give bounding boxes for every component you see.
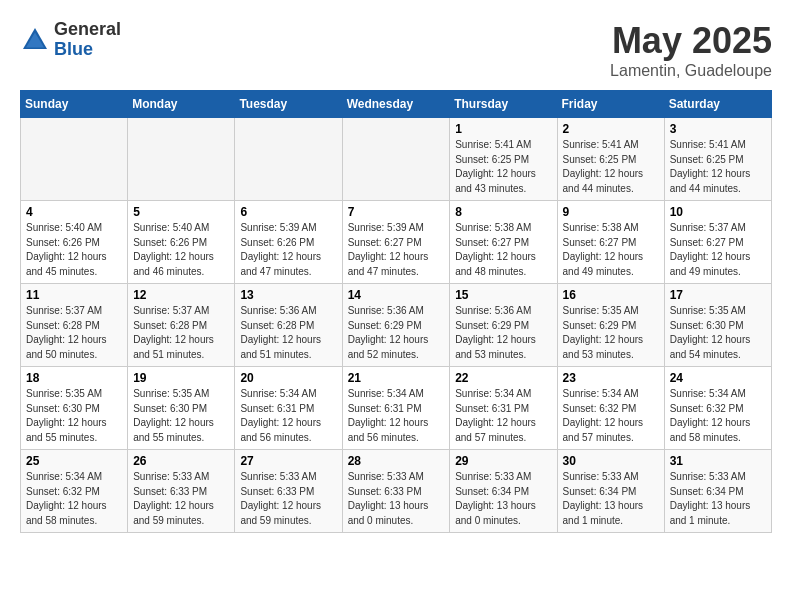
day-info: Sunrise: 5:37 AM Sunset: 6:27 PM Dayligh… — [670, 221, 766, 279]
calendar-cell: 7Sunrise: 5:39 AM Sunset: 6:27 PM Daylig… — [342, 201, 450, 284]
calendar-cell: 8Sunrise: 5:38 AM Sunset: 6:27 PM Daylig… — [450, 201, 557, 284]
weekday-header-tuesday: Tuesday — [235, 91, 342, 118]
calendar-cell: 23Sunrise: 5:34 AM Sunset: 6:32 PM Dayli… — [557, 367, 664, 450]
calendar-cell: 2Sunrise: 5:41 AM Sunset: 6:25 PM Daylig… — [557, 118, 664, 201]
day-number: 17 — [670, 288, 766, 302]
day-number: 3 — [670, 122, 766, 136]
calendar-cell: 30Sunrise: 5:33 AM Sunset: 6:34 PM Dayli… — [557, 450, 664, 533]
day-info: Sunrise: 5:37 AM Sunset: 6:28 PM Dayligh… — [26, 304, 122, 362]
day-number: 20 — [240, 371, 336, 385]
calendar-cell: 16Sunrise: 5:35 AM Sunset: 6:29 PM Dayli… — [557, 284, 664, 367]
calendar-week-row: 4Sunrise: 5:40 AM Sunset: 6:26 PM Daylig… — [21, 201, 772, 284]
day-info: Sunrise: 5:34 AM Sunset: 6:32 PM Dayligh… — [563, 387, 659, 445]
calendar-cell: 15Sunrise: 5:36 AM Sunset: 6:29 PM Dayli… — [450, 284, 557, 367]
day-number: 28 — [348, 454, 445, 468]
day-number: 18 — [26, 371, 122, 385]
day-info: Sunrise: 5:34 AM Sunset: 6:32 PM Dayligh… — [26, 470, 122, 528]
calendar-cell: 12Sunrise: 5:37 AM Sunset: 6:28 PM Dayli… — [128, 284, 235, 367]
weekday-header-row: SundayMondayTuesdayWednesdayThursdayFrid… — [21, 91, 772, 118]
day-number: 2 — [563, 122, 659, 136]
day-info: Sunrise: 5:36 AM Sunset: 6:28 PM Dayligh… — [240, 304, 336, 362]
day-info: Sunrise: 5:34 AM Sunset: 6:32 PM Dayligh… — [670, 387, 766, 445]
day-number: 4 — [26, 205, 122, 219]
weekday-header-sunday: Sunday — [21, 91, 128, 118]
day-info: Sunrise: 5:33 AM Sunset: 6:34 PM Dayligh… — [455, 470, 551, 528]
calendar-cell: 9Sunrise: 5:38 AM Sunset: 6:27 PM Daylig… — [557, 201, 664, 284]
calendar-cell: 28Sunrise: 5:33 AM Sunset: 6:33 PM Dayli… — [342, 450, 450, 533]
calendar-cell: 29Sunrise: 5:33 AM Sunset: 6:34 PM Dayli… — [450, 450, 557, 533]
calendar-cell: 22Sunrise: 5:34 AM Sunset: 6:31 PM Dayli… — [450, 367, 557, 450]
day-info: Sunrise: 5:39 AM Sunset: 6:26 PM Dayligh… — [240, 221, 336, 279]
page-header: General Blue May 2025 Lamentin, Guadelou… — [20, 20, 772, 80]
weekday-header-friday: Friday — [557, 91, 664, 118]
weekday-header-wednesday: Wednesday — [342, 91, 450, 118]
day-number: 14 — [348, 288, 445, 302]
calendar-cell: 3Sunrise: 5:41 AM Sunset: 6:25 PM Daylig… — [664, 118, 771, 201]
calendar-cell: 25Sunrise: 5:34 AM Sunset: 6:32 PM Dayli… — [21, 450, 128, 533]
calendar-cell: 18Sunrise: 5:35 AM Sunset: 6:30 PM Dayli… — [21, 367, 128, 450]
day-info: Sunrise: 5:33 AM Sunset: 6:33 PM Dayligh… — [133, 470, 229, 528]
day-number: 11 — [26, 288, 122, 302]
day-number: 10 — [670, 205, 766, 219]
day-info: Sunrise: 5:41 AM Sunset: 6:25 PM Dayligh… — [455, 138, 551, 196]
calendar-body: 1Sunrise: 5:41 AM Sunset: 6:25 PM Daylig… — [21, 118, 772, 533]
calendar-cell: 11Sunrise: 5:37 AM Sunset: 6:28 PM Dayli… — [21, 284, 128, 367]
weekday-header-saturday: Saturday — [664, 91, 771, 118]
calendar-week-row: 25Sunrise: 5:34 AM Sunset: 6:32 PM Dayli… — [21, 450, 772, 533]
day-number: 15 — [455, 288, 551, 302]
calendar-cell: 14Sunrise: 5:36 AM Sunset: 6:29 PM Dayli… — [342, 284, 450, 367]
day-number: 16 — [563, 288, 659, 302]
day-number: 27 — [240, 454, 336, 468]
day-number: 8 — [455, 205, 551, 219]
day-number: 21 — [348, 371, 445, 385]
day-info: Sunrise: 5:41 AM Sunset: 6:25 PM Dayligh… — [670, 138, 766, 196]
logo-icon — [20, 25, 50, 55]
day-info: Sunrise: 5:34 AM Sunset: 6:31 PM Dayligh… — [455, 387, 551, 445]
calendar-cell: 20Sunrise: 5:34 AM Sunset: 6:31 PM Dayli… — [235, 367, 342, 450]
day-info: Sunrise: 5:40 AM Sunset: 6:26 PM Dayligh… — [26, 221, 122, 279]
logo: General Blue — [20, 20, 121, 60]
day-info: Sunrise: 5:35 AM Sunset: 6:30 PM Dayligh… — [133, 387, 229, 445]
day-number: 5 — [133, 205, 229, 219]
weekday-header-thursday: Thursday — [450, 91, 557, 118]
calendar-cell — [128, 118, 235, 201]
month-title: May 2025 — [610, 20, 772, 62]
calendar-cell: 6Sunrise: 5:39 AM Sunset: 6:26 PM Daylig… — [235, 201, 342, 284]
day-number: 13 — [240, 288, 336, 302]
calendar-week-row: 11Sunrise: 5:37 AM Sunset: 6:28 PM Dayli… — [21, 284, 772, 367]
day-info: Sunrise: 5:35 AM Sunset: 6:29 PM Dayligh… — [563, 304, 659, 362]
logo-blue-text: Blue — [54, 40, 121, 60]
day-number: 1 — [455, 122, 551, 136]
day-info: Sunrise: 5:34 AM Sunset: 6:31 PM Dayligh… — [348, 387, 445, 445]
calendar-week-row: 18Sunrise: 5:35 AM Sunset: 6:30 PM Dayli… — [21, 367, 772, 450]
location-subtitle: Lamentin, Guadeloupe — [610, 62, 772, 80]
day-number: 19 — [133, 371, 229, 385]
day-info: Sunrise: 5:36 AM Sunset: 6:29 PM Dayligh… — [455, 304, 551, 362]
day-number: 25 — [26, 454, 122, 468]
title-section: May 2025 Lamentin, Guadeloupe — [610, 20, 772, 80]
day-number: 6 — [240, 205, 336, 219]
day-info: Sunrise: 5:37 AM Sunset: 6:28 PM Dayligh… — [133, 304, 229, 362]
weekday-header-monday: Monday — [128, 91, 235, 118]
calendar-cell: 24Sunrise: 5:34 AM Sunset: 6:32 PM Dayli… — [664, 367, 771, 450]
day-info: Sunrise: 5:36 AM Sunset: 6:29 PM Dayligh… — [348, 304, 445, 362]
day-info: Sunrise: 5:35 AM Sunset: 6:30 PM Dayligh… — [26, 387, 122, 445]
day-number: 23 — [563, 371, 659, 385]
day-number: 30 — [563, 454, 659, 468]
calendar-cell: 4Sunrise: 5:40 AM Sunset: 6:26 PM Daylig… — [21, 201, 128, 284]
calendar-cell: 1Sunrise: 5:41 AM Sunset: 6:25 PM Daylig… — [450, 118, 557, 201]
day-info: Sunrise: 5:41 AM Sunset: 6:25 PM Dayligh… — [563, 138, 659, 196]
day-number: 31 — [670, 454, 766, 468]
calendar-cell: 5Sunrise: 5:40 AM Sunset: 6:26 PM Daylig… — [128, 201, 235, 284]
day-info: Sunrise: 5:33 AM Sunset: 6:33 PM Dayligh… — [240, 470, 336, 528]
calendar-cell: 19Sunrise: 5:35 AM Sunset: 6:30 PM Dayli… — [128, 367, 235, 450]
calendar-cell — [21, 118, 128, 201]
calendar-week-row: 1Sunrise: 5:41 AM Sunset: 6:25 PM Daylig… — [21, 118, 772, 201]
day-number: 26 — [133, 454, 229, 468]
day-info: Sunrise: 5:33 AM Sunset: 6:34 PM Dayligh… — [670, 470, 766, 528]
day-number: 12 — [133, 288, 229, 302]
calendar-cell: 21Sunrise: 5:34 AM Sunset: 6:31 PM Dayli… — [342, 367, 450, 450]
day-info: Sunrise: 5:33 AM Sunset: 6:33 PM Dayligh… — [348, 470, 445, 528]
day-number: 9 — [563, 205, 659, 219]
day-info: Sunrise: 5:38 AM Sunset: 6:27 PM Dayligh… — [455, 221, 551, 279]
